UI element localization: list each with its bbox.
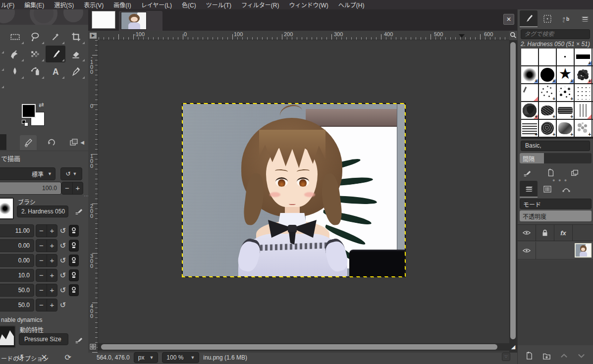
brush-cell-dots1[interactable]: + [539,84,556,101]
plus-button[interactable]: + [47,299,57,311]
tag-search-input[interactable] [521,29,590,39]
foreground-color-swatch[interactable] [22,104,36,118]
pressure-link-icon[interactable] [69,225,79,237]
tab-paths[interactable] [557,181,575,198]
vertical-ruler[interactable]: -1000100200300400 [88,40,98,353]
brush-cell-soft[interactable]: + [521,66,538,83]
tab-fonts[interactable]: abc [557,10,575,27]
brush-cell-bar[interactable]: + [575,49,592,65]
tab-tool-options[interactable]: i [20,135,37,150]
reset-icon[interactable]: ↺ [58,239,68,252]
pressure-link-icon[interactable] [69,269,79,281]
zoom-follow-window-toggle[interactable] [509,31,517,40]
plus-button[interactable]: + [47,269,57,281]
mode-reset-button[interactable]: ↺ ▼ [60,167,82,180]
brush-spacing-slider[interactable]: 間隔 [520,153,592,163]
menu-item-1[interactable]: 編集(E) [19,0,49,9]
vertical-scrollbar[interactable] [509,40,517,353]
image-tab-inu[interactable] [119,11,162,31]
pressure-link-icon[interactable] [69,284,79,296]
save-preset-button[interactable]: ↺ [17,353,23,362]
brush-cell-dot[interactable] [557,49,574,65]
slider-5[interactable]: 50.0 [0,299,34,312]
duplicate-brush-icon[interactable] [570,168,579,177]
plus-button[interactable]: + [47,240,57,252]
horizontal-ruler[interactable]: -1000100200300400500600 [98,31,509,40]
reset-icon[interactable]: ↺ [58,269,68,282]
minus-button[interactable]: − [36,240,47,252]
collapse-dock-button[interactable]: ◀ [78,138,86,146]
menu-item-4[interactable]: 画像(I) [108,0,136,9]
layer-row[interactable] [518,242,593,260]
close-tab-button[interactable]: ✕ [503,14,514,25]
tool-color-picker[interactable] [66,63,86,80]
brush-cell-texblob[interactable]: + [539,102,556,119]
tab-layers[interactable] [520,181,538,198]
brush-cell-splat[interactable]: + [575,66,592,83]
mode-dropdown[interactable]: 標準 ▼ [0,167,55,180]
pressure-link-icon[interactable] [69,255,79,266]
minus-button[interactable]: − [36,269,47,281]
brush-cell-splatlight[interactable]: + [575,120,592,137]
statusbar-corner-icon[interactable]: ∵ [502,353,510,361]
opacity-slider[interactable]: 明度 100.0 [0,182,61,195]
dynamics-preview[interactable] [0,325,16,348]
slider-4[interactable]: 50.0 [0,284,34,297]
menu-item-10[interactable]: ヘルプ(H) [333,0,370,9]
menu-item-5[interactable]: レイヤー(L) [136,0,177,9]
brush-cell-blank[interactable] [539,49,556,65]
new-brush-icon[interactable] [546,168,555,177]
tool-crop[interactable] [66,28,86,45]
new-layer-icon[interactable] [525,351,534,361]
zoom-dropdown[interactable]: 100 % ▼ [162,352,199,363]
reset-icon[interactable]: ↺ [58,224,68,237]
brush-cell-texround[interactable]: + [539,120,556,137]
horizontal-scrollbar[interactable] [98,343,509,351]
tool-free-select[interactable] [25,28,45,45]
tab-patterns[interactable] [539,10,556,27]
brush-cell-blank[interactable] [521,49,538,65]
visibility-column[interactable] [518,225,536,241]
dynamics-field[interactable]: Pressure Size [19,333,68,345]
slider-3[interactable]: 10.0 [0,269,34,282]
plus-button[interactable]: + [72,182,83,194]
menu-item-3[interactable]: 表示(V) [79,0,108,9]
partial-tab[interactable] [0,134,6,150]
edit-dynamics-icon[interactable] [74,335,83,346]
menu-item-9[interactable]: ウィンドウ(W) [284,0,333,9]
brush-cell-dots3[interactable] [575,84,592,101]
tool-eraser[interactable] [66,46,86,62]
canvas-navigation-icon[interactable]: ◢ [509,343,517,351]
menu-item-8[interactable]: フィルター(R) [236,0,284,9]
tool-text[interactable]: A [46,63,65,80]
brush-cell-hard[interactable]: + [539,66,556,83]
brush-preview[interactable] [0,198,14,219]
reset-icon[interactable]: ↺ [58,299,68,312]
layer-visibility-toggle[interactable] [518,242,536,260]
minus-button[interactable]: − [36,225,47,237]
image-tab-untitled[interactable] [92,11,118,31]
tool-fuzzy-select[interactable] [46,28,65,45]
menu-item-2[interactable]: 選択(S) [49,0,79,9]
image-inu[interactable] [183,104,405,276]
plus-button[interactable]: + [47,255,57,266]
layer-mode-field[interactable]: モード [520,199,592,209]
enable-dynamics-label[interactable]: nable dynamics [1,316,84,323]
slider-2[interactable]: 0.00 [0,254,34,267]
brush-name-field[interactable]: 2. Hardness 050 [17,206,68,217]
tool-gradient[interactable] [25,46,45,62]
tool-rectangle-select[interactable] [5,28,25,45]
edit-brush-icon[interactable] [74,207,83,217]
raise-layer-icon[interactable] [559,351,569,361]
brush-cell-slash[interactable] [521,84,538,101]
menu-item-0[interactable]: ル(F) [0,0,19,9]
brush-cell-vmarks[interactable] [575,102,592,119]
brush-tag-field[interactable]: Basic, [521,141,590,151]
brush-cell-texball[interactable]: + [521,102,538,119]
quick-mask-toggle[interactable] [89,343,97,350]
layer-opacity-slider[interactable]: 不透明度 [520,210,592,221]
slider-1[interactable]: 比0.00 [0,239,34,252]
minus-button[interactable]: − [62,182,72,194]
new-group-icon[interactable] [542,351,551,361]
brush-cell-dots2[interactable]: + [557,84,574,101]
